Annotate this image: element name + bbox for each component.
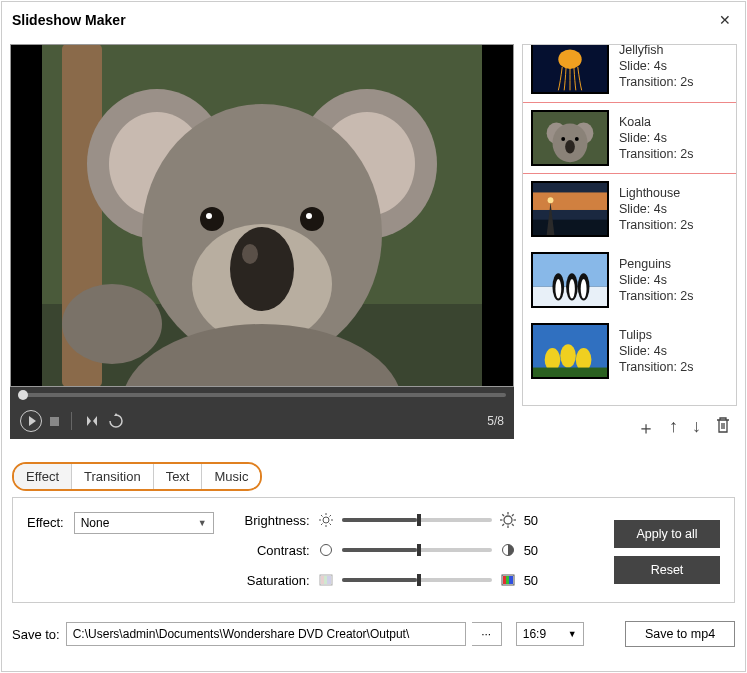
svg-rect-66 xyxy=(327,576,331,584)
reset-button[interactable]: Reset xyxy=(614,556,720,584)
svg-line-48 xyxy=(321,515,323,517)
chevron-down-icon: ▼ xyxy=(198,518,207,528)
svg-rect-28 xyxy=(533,192,607,210)
slide-duration: Slide: 4s xyxy=(619,202,694,216)
effect-label: Effect: xyxy=(27,512,64,530)
browse-button[interactable]: ··· xyxy=(472,622,502,646)
svg-point-13 xyxy=(300,207,324,231)
window-title: Slideshow Maker xyxy=(12,12,126,28)
slide-item-tulips[interactable]: Tulips Slide: 4s Transition: 2s xyxy=(523,316,736,387)
svg-rect-70 xyxy=(509,576,513,584)
delete-icon[interactable] xyxy=(715,416,731,440)
svg-line-51 xyxy=(329,515,331,517)
svg-point-11 xyxy=(200,207,224,231)
aspect-ratio-select[interactable]: 16:9 ▼ xyxy=(516,622,584,646)
svg-point-24 xyxy=(561,137,565,141)
slide-counter: 5/8 xyxy=(487,414,504,428)
slide-list[interactable]: Jellyfish Slide: 4s Transition: 2s Koala… xyxy=(522,44,737,406)
slide-item-lighthouse[interactable]: Lighthouse Slide: 4s Transition: 2s xyxy=(523,174,736,245)
thumb-lighthouse xyxy=(531,181,609,237)
svg-line-60 xyxy=(512,514,514,516)
svg-line-57 xyxy=(502,514,504,516)
slide-name: Lighthouse xyxy=(619,186,694,200)
svg-rect-68 xyxy=(503,576,506,584)
svg-point-12 xyxy=(206,213,212,219)
svg-point-33 xyxy=(555,279,561,298)
svg-point-9 xyxy=(230,227,294,311)
brightness-low-icon xyxy=(318,512,334,528)
saturation-slider[interactable] xyxy=(342,578,492,582)
contrast-slider[interactable] xyxy=(342,548,492,552)
svg-point-29 xyxy=(548,197,554,203)
svg-rect-42 xyxy=(533,368,607,378)
stop-button[interactable] xyxy=(50,417,59,426)
slide-name: Jellyfish xyxy=(619,44,694,57)
aspect-ratio-value: 16:9 xyxy=(523,627,546,641)
slide-duration: Slide: 4s xyxy=(619,59,694,73)
slide-duration: Slide: 4s xyxy=(619,131,694,145)
slide-duration: Slide: 4s xyxy=(619,273,694,287)
saturation-label: Saturation: xyxy=(234,573,310,588)
move-down-icon[interactable]: ↓ xyxy=(692,416,701,440)
contrast-label: Contrast: xyxy=(234,543,310,558)
save-path-input[interactable]: C:\Users\admin\Documents\Wondershare DVD… xyxy=(66,622,466,646)
brightness-label: Brightness: xyxy=(234,513,310,528)
svg-point-52 xyxy=(504,516,512,524)
slide-duration: Slide: 4s xyxy=(619,344,694,358)
saturation-high-icon xyxy=(500,572,516,588)
svg-point-40 xyxy=(560,344,576,367)
slide-item-koala[interactable]: Koala Slide: 4s Transition: 2s xyxy=(523,102,736,174)
svg-rect-64 xyxy=(321,576,324,584)
rotate-icon[interactable] xyxy=(108,413,124,429)
svg-rect-69 xyxy=(506,576,509,584)
tabs-highlight: Effect Transition Text Music xyxy=(12,462,262,491)
move-up-icon[interactable]: ↑ xyxy=(669,416,678,440)
effect-panel: Effect: None ▼ Brightness: 50 Contrast: xyxy=(12,497,735,603)
svg-point-14 xyxy=(306,213,312,219)
svg-point-10 xyxy=(242,244,258,264)
svg-point-16 xyxy=(62,284,162,364)
slide-name: Koala xyxy=(619,115,694,129)
slide-transition: Transition: 2s xyxy=(619,147,694,161)
save-to-label: Save to: xyxy=(12,627,60,642)
add-slide-icon[interactable]: ＋ xyxy=(637,416,655,440)
tab-music[interactable]: Music xyxy=(202,464,260,489)
contrast-high-icon xyxy=(500,542,516,558)
thumb-tulips xyxy=(531,323,609,379)
tab-transition[interactable]: Transition xyxy=(72,464,154,489)
slide-name: Penguins xyxy=(619,257,694,271)
effect-select[interactable]: None ▼ xyxy=(74,512,214,534)
effect-value: None xyxy=(81,516,110,530)
svg-point-37 xyxy=(581,279,587,298)
slide-transition: Transition: 2s xyxy=(619,75,694,89)
saturation-low-icon xyxy=(318,572,334,588)
thumb-koala xyxy=(531,110,609,166)
svg-point-35 xyxy=(569,279,575,298)
slide-item-penguins[interactable]: Penguins Slide: 4s Transition: 2s xyxy=(523,245,736,316)
svg-point-61 xyxy=(320,545,331,556)
svg-point-25 xyxy=(575,137,579,141)
slide-name: Tulips xyxy=(619,328,694,342)
scrub-bar[interactable] xyxy=(18,393,506,397)
contrast-low-icon xyxy=(318,542,334,558)
brightness-value: 50 xyxy=(524,513,548,528)
slide-item-jellyfish[interactable]: Jellyfish Slide: 4s Transition: 2s xyxy=(523,44,736,102)
tab-text[interactable]: Text xyxy=(154,464,203,489)
apply-all-button[interactable]: Apply to all xyxy=(614,520,720,548)
chevron-down-icon: ▼ xyxy=(568,629,577,639)
svg-line-59 xyxy=(502,524,504,526)
play-button[interactable] xyxy=(20,410,42,432)
save-to-mp4-button[interactable]: Save to mp4 xyxy=(625,621,735,647)
svg-point-18 xyxy=(558,49,581,68)
brightness-slider[interactable] xyxy=(342,518,492,522)
flip-horizontal-icon[interactable] xyxy=(84,413,100,429)
close-icon[interactable]: ✕ xyxy=(715,8,735,32)
brightness-high-icon xyxy=(500,512,516,528)
thumb-penguins xyxy=(531,252,609,308)
svg-line-50 xyxy=(321,524,323,526)
svg-point-43 xyxy=(323,517,329,523)
slide-transition: Transition: 2s xyxy=(619,289,694,303)
preview-area xyxy=(10,44,514,387)
slide-transition: Transition: 2s xyxy=(619,360,694,374)
tab-effect[interactable]: Effect xyxy=(14,464,72,489)
